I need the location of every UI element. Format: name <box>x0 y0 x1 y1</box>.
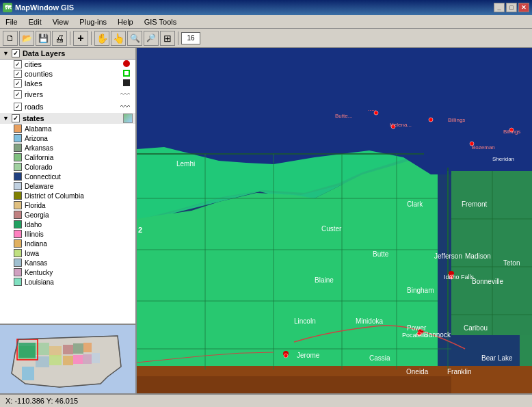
close-button[interactable]: ✕ <box>518 3 529 12</box>
kansas-color <box>14 259 22 267</box>
menu-gis-tools[interactable]: GIS Tools <box>142 17 180 27</box>
states-label: states <box>23 114 44 122</box>
svg-rect-14 <box>22 367 34 380</box>
svg-text:Bannock: Bannock <box>424 331 451 339</box>
delaware-color <box>14 182 22 190</box>
state-california[interactable]: California <box>0 153 135 162</box>
kentucky-color <box>14 268 22 276</box>
layer-lakes[interactable]: lakes <box>0 79 135 88</box>
state-georgia[interactable]: Georgia <box>0 210 135 220</box>
zoom-level-display: 16 <box>181 32 200 44</box>
state-colorado[interactable]: Colorado <box>0 162 135 172</box>
illinois-color <box>14 230 22 238</box>
counties-icon <box>123 70 130 77</box>
status-bar: X: -110.386 Y: 46.015 <box>0 393 532 407</box>
save-button[interactable]: 💾 <box>36 31 51 46</box>
minimize-button[interactable]: _ <box>494 3 505 12</box>
menu-help[interactable]: Help <box>115 17 136 27</box>
menu-bar: File Edit View Plug-ins Help GIS Tools <box>0 15 532 29</box>
print-button[interactable]: 🖨 <box>52 31 67 46</box>
svg-rect-15 <box>18 343 36 358</box>
svg-text:Bingham: Bingham <box>407 287 434 294</box>
rivers-checkbox[interactable] <box>14 90 22 99</box>
svg-text:Jefferson: Jefferson <box>434 252 462 260</box>
layer-cities[interactable]: cities <box>0 60 135 69</box>
pan-button[interactable]: ✋ <box>94 31 109 46</box>
mini-map[interactable] <box>0 325 135 393</box>
state-arizona[interactable]: Arizona <box>0 133 135 143</box>
counties-checkbox[interactable] <box>14 70 22 78</box>
cities-icon <box>123 60 130 67</box>
svg-point-50 <box>284 354 288 358</box>
state-indiana[interactable]: Indiana <box>0 239 135 248</box>
arizona-label: Arizona <box>25 135 48 142</box>
counties-label: counties <box>25 70 53 78</box>
iowa-color <box>14 249 22 257</box>
svg-text:.....: ..... <box>368 105 377 112</box>
map-area[interactable]: Lemhi Clark Fremont Custer Jefferson Mad… <box>137 48 532 393</box>
svg-text:Lincoln: Lincoln <box>294 317 316 325</box>
svg-marker-27 <box>451 171 532 335</box>
layers-checkbox[interactable] <box>12 49 20 57</box>
lakes-checkbox[interactable] <box>14 79 22 88</box>
kansas-label: Kansas <box>25 259 47 267</box>
svg-rect-5 <box>63 345 73 354</box>
connecticut-label: Connecticut <box>25 173 61 181</box>
svg-text:Pocatello: Pocatello <box>402 332 427 339</box>
state-dc[interactable]: District of Columbia <box>0 191 135 200</box>
layer-panel-header[interactable]: ▼ Data Layers <box>0 48 135 60</box>
state-louisiana[interactable]: Louisiana <box>0 277 135 287</box>
state-illinois[interactable]: Illinois <box>0 229 135 239</box>
svg-text:Billings: Billings <box>503 129 520 135</box>
menu-view[interactable]: View <box>50 17 72 27</box>
menu-plugins[interactable]: Plug-ins <box>77 17 109 27</box>
add-layer-button[interactable]: + <box>73 31 88 46</box>
cities-label: cities <box>25 60 42 68</box>
roads-checkbox[interactable] <box>14 103 22 111</box>
svg-text:Fremont: Fremont <box>462 200 487 208</box>
layer-panel-title: Data Layers <box>23 49 65 57</box>
zoom-out-button[interactable]: 🔎 <box>144 31 159 46</box>
zoom-extent-button[interactable]: ⊞ <box>160 31 175 46</box>
colorado-label: Colorado <box>25 163 53 171</box>
svg-text:Franklin: Franklin <box>447 368 472 376</box>
states-checkbox[interactable] <box>12 114 20 122</box>
svg-text:Clark: Clark <box>407 200 423 208</box>
menu-file[interactable]: File <box>3 17 21 27</box>
menu-edit[interactable]: Edit <box>26 17 44 27</box>
select-button[interactable]: 👆 <box>111 31 126 46</box>
rivers-icon: 〰 <box>120 89 130 100</box>
state-arkansas[interactable]: Arkansas <box>0 143 135 153</box>
state-florida[interactable]: Florida <box>0 200 135 210</box>
layer-roads[interactable]: roads 〰 <box>0 101 135 113</box>
new-button[interactable]: 🗋 <box>3 31 18 46</box>
cities-checkbox[interactable] <box>14 60 22 68</box>
svg-text:Idaho Falls: Idaho Falls <box>444 274 475 280</box>
layer-rivers[interactable]: rivers 〰 <box>0 88 135 101</box>
alabama-label: Alabama <box>25 125 51 133</box>
louisiana-color <box>14 278 22 286</box>
state-alabama[interactable]: Alabama <box>0 124 135 133</box>
map-svg: Lemhi Clark Fremont Custer Jefferson Mad… <box>137 48 532 393</box>
svg-text:Jerome: Jerome <box>297 352 320 359</box>
state-iowa[interactable]: Iowa <box>0 248 135 258</box>
svg-rect-12 <box>83 354 92 364</box>
state-delaware[interactable]: Delaware <box>0 181 135 191</box>
maximize-button[interactable]: □ <box>506 3 517 12</box>
roads-icon: 〰 <box>120 101 130 112</box>
state-connecticut[interactable]: Connecticut <box>0 172 135 181</box>
zoom-in-button[interactable]: 🔍 <box>127 31 142 46</box>
florida-color <box>14 201 22 209</box>
state-idaho[interactable]: Idaho <box>0 220 135 229</box>
layer-panel: ▼ Data Layers cities counties <box>0 48 135 325</box>
state-kansas[interactable]: Kansas <box>0 258 135 267</box>
svg-text:Butte: Butte <box>373 250 389 258</box>
window-title: MapWindow GIS <box>15 3 74 12</box>
states-group-header[interactable]: ▼ states <box>0 113 135 124</box>
open-button[interactable]: 📂 <box>19 31 34 46</box>
state-kentucky[interactable]: Kentucky <box>0 267 135 277</box>
svg-text:2: 2 <box>138 226 142 234</box>
svg-text:Billings: Billings <box>448 117 465 123</box>
layer-counties[interactable]: counties <box>0 69 135 79</box>
app-icon: 🗺 <box>3 3 12 12</box>
